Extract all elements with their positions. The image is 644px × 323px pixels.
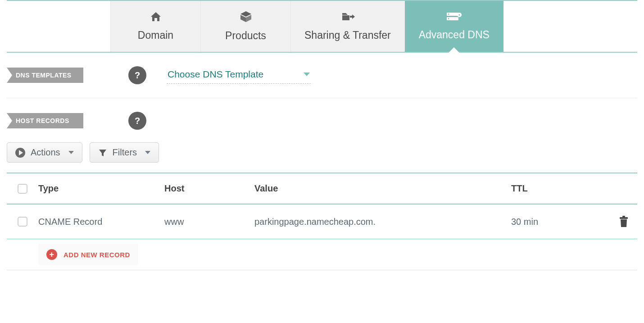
caret-down-icon — [68, 151, 74, 154]
dns-template-select[interactable]: Choose DNS Template — [167, 67, 311, 84]
funnel-icon — [98, 148, 107, 157]
svg-rect-7 — [622, 216, 625, 217]
tab-products[interactable]: Products — [200, 1, 290, 52]
share-arrow-icon — [340, 11, 355, 24]
help-dns-templates[interactable]: ? — [128, 66, 146, 84]
tab-spacer-right — [503, 1, 637, 52]
cell-ttl[interactable]: 30 min — [511, 217, 610, 227]
box-icon — [240, 11, 252, 24]
svg-point-5 — [459, 14, 460, 15]
tab-sharing-label: Sharing & Transfer — [304, 29, 391, 41]
svg-rect-6 — [620, 217, 628, 219]
tab-sharing-transfer[interactable]: Sharing & Transfer — [290, 1, 404, 52]
play-circle-icon — [15, 148, 25, 158]
home-icon — [150, 11, 162, 24]
tab-products-label: Products — [225, 30, 266, 42]
tab-advanced-label: Advanced DNS — [419, 29, 490, 41]
tab-advanced-dns[interactable]: Advanced DNS — [404, 1, 503, 52]
host-records-toolbar: Actions Filters — [7, 137, 637, 173]
question-icon: ? — [135, 116, 140, 126]
add-new-record-label: ADD NEW RECORD — [63, 251, 130, 259]
caret-down-icon — [304, 73, 310, 76]
svg-point-2 — [448, 14, 449, 15]
server-gear-icon — [446, 12, 462, 23]
ribbon-dns-label: DNS TEMPLATES — [16, 72, 72, 79]
caret-down-icon — [145, 151, 150, 154]
filters-button[interactable]: Filters — [90, 142, 159, 163]
add-record-bar: + ADD NEW RECORD — [7, 239, 637, 270]
select-all-checkbox[interactable] — [18, 184, 27, 194]
host-records-table: Type Host Value TTL CNAME Record www par… — [7, 173, 637, 239]
col-host-header: Host — [164, 183, 254, 194]
col-ttl-header: TTL — [511, 183, 610, 194]
section-host-records: HOST RECORDS ? — [7, 98, 637, 137]
ribbon-host-label: HOST RECORDS — [16, 117, 69, 124]
filters-label: Filters — [113, 147, 137, 158]
svg-point-3 — [448, 18, 449, 19]
tab-domain-label: Domain — [138, 29, 173, 41]
actions-button[interactable]: Actions — [7, 142, 82, 163]
plus-circle-icon: + — [46, 249, 57, 260]
col-type-header: Type — [38, 183, 164, 194]
col-value-header: Value — [254, 183, 511, 194]
row-checkbox[interactable] — [18, 217, 27, 227]
cell-host[interactable]: www — [164, 217, 254, 227]
tab-domain[interactable]: Domain — [110, 1, 200, 52]
cell-value[interactable]: parkingpage.namecheap.com. — [254, 217, 511, 227]
ribbon-dns-templates: DNS TEMPLATES — [7, 68, 83, 83]
trash-icon[interactable] — [618, 216, 629, 227]
dns-template-placeholder: Choose DNS Template — [168, 69, 263, 80]
add-new-record-button[interactable]: + ADD NEW RECORD — [38, 244, 138, 265]
section-dns-templates: DNS TEMPLATES ? Choose DNS Template — [7, 53, 637, 98]
table-header-row: Type Host Value TTL — [7, 173, 637, 205]
help-host-records[interactable]: ? — [128, 112, 146, 130]
table-row: CNAME Record www parkingpage.namecheap.c… — [7, 205, 637, 239]
tab-spacer-left — [7, 1, 110, 52]
actions-label: Actions — [31, 147, 60, 158]
cell-type[interactable]: CNAME Record — [38, 217, 164, 227]
main-tabs: Domain Products Sharing & Transfer Advan… — [7, 0, 637, 53]
question-icon: ? — [135, 70, 140, 81]
ribbon-host-records: HOST RECORDS — [7, 113, 83, 128]
